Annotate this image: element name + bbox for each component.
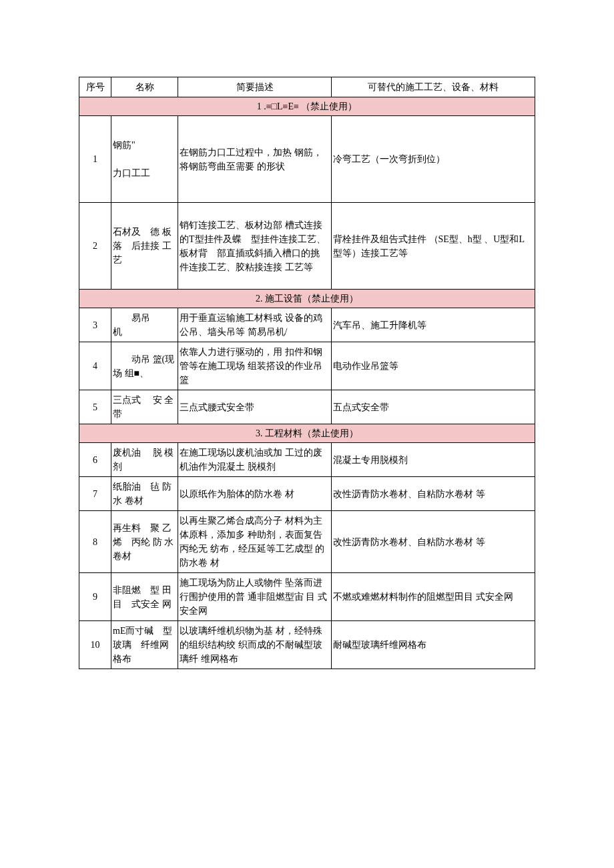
section-header: 1 .≡□L≡E≡ （禁止使用） — [79, 97, 535, 116]
table-row: 8再生料 聚 乙烯 丙纶 防 水卷材以再生聚乙烯合成高分子 材料为主体原料，添加… — [79, 511, 535, 573]
table-row: 3 易吊 机用于垂直运输施工材料或 设备的鸡公吊、墙头吊等 简易吊机/汽车吊、施… — [79, 308, 535, 342]
section-title: 3. 工程材料（禁止使用） — [79, 424, 535, 443]
main-table: 序号 名称 简要描述 可替代的施工工艺、设备、材料 1 .≡□L≡E≡ （禁止使… — [79, 77, 535, 669]
cell-alt: 冷弯工艺（一次弯折到位） — [332, 116, 535, 203]
cell-alt: 五点式安全带 — [332, 390, 535, 424]
header-name: 名称 — [111, 77, 178, 97]
cell-idx: 9 — [79, 573, 111, 621]
cell-desc: 在施工现场以废机油或加 工过的废机油作为混凝土 脱模剂 — [178, 443, 332, 477]
cell-desc: 以再生聚乙烯合成高分子 材料为主体原料，添加多 种助剂，表面复告丙纶无 纺布，经… — [178, 511, 332, 573]
cell-name: 易吊 机 — [111, 308, 178, 342]
cell-name: 废机油 脱 模剂 — [111, 443, 178, 477]
table-body: 1 .≡□L≡E≡ （禁止使用）1钢筋" 力口工工在钢筋力口工过程中，加热 钢筋… — [79, 97, 535, 669]
section-title: 1 .≡□L≡E≡ （禁止使用） — [79, 97, 535, 116]
cell-alt: 混凝土专用脱模剂 — [332, 443, 535, 477]
header-desc: 简要描述 — [178, 77, 332, 97]
cell-idx: 5 — [79, 390, 111, 424]
header-idx: 序号 — [79, 77, 111, 97]
cell-idx: 4 — [79, 342, 111, 390]
cell-alt: 耐碱型玻璃纤维网格布 — [332, 621, 535, 669]
header-row: 序号 名称 简要描述 可替代的施工工艺、设备、材料 — [79, 77, 535, 97]
cell-alt: 背栓挂件及组告式挂件 （SE型、h型 、U型和L型等）连接工艺等 — [332, 203, 535, 290]
cell-desc: 三点式腰式安全带 — [178, 390, 332, 424]
cell-name: 非阻燃 型 田目 式安全 网 — [111, 573, 178, 621]
table-row: 4 动吊 篮(现 场 组■、依靠人力进行驱动的，用 扣件和钢管等在施工现场 组装… — [79, 342, 535, 390]
section-header: 3. 工程材料（禁止使用） — [79, 424, 535, 443]
cell-name: 石材及 德 板落 后挂接 工艺 — [111, 203, 178, 290]
table-row: 7纸胎油 毡 防水 卷材以原纸作为胎体的防水卷 材改性沥青防水卷材、自粘防水卷材… — [79, 477, 535, 511]
cell-idx: 3 — [79, 308, 111, 342]
document-page: 序号 名称 简要描述 可替代的施工工艺、设备、材料 1 .≡□L≡E≡ （禁止使… — [0, 0, 614, 709]
cell-name: 钢筋" 力口工工 — [111, 116, 178, 203]
cell-alt: 汽车吊、施工升降机等 — [332, 308, 535, 342]
cell-idx: 1 — [79, 116, 111, 203]
cell-desc: 施工现场为防止人或物件 坠落而进行围护使用的普 通非阻燃型宙 目 式安全网 — [178, 573, 332, 621]
cell-alt: 不燃或难燃材料制作的阻燃型田目 式安全网 — [332, 573, 535, 621]
cell-idx: 2 — [79, 203, 111, 290]
cell-idx: 10 — [79, 621, 111, 669]
header-alt: 可替代的施工工艺、设备、材料 — [332, 77, 535, 97]
cell-idx: 6 — [79, 443, 111, 477]
section-header: 2. 施工设笛（禁止使用） — [79, 290, 535, 308]
table-row: 2石材及 德 板落 后挂接 工艺销钉连接工艺、板材边部 槽式连接的T型挂件及蝶 … — [79, 203, 535, 290]
cell-desc: 依靠人力进行驱动的，用 扣件和钢管等在施工现场 组装搭设的作业吊篮 — [178, 342, 332, 390]
cell-alt: 电动作业吊篮等 — [332, 342, 535, 390]
table-row: 6废机油 脱 模剂在施工现场以废机油或加 工过的废机油作为混凝土 脱模剂混凝土专… — [79, 443, 535, 477]
section-title: 2. 施工设笛（禁止使用） — [79, 290, 535, 308]
cell-desc: 销钉连接工艺、板材边部 槽式连接的T型挂件及蝶 型挂件连接工艺、板材背 部直插或… — [178, 203, 332, 290]
cell-name: 再生料 聚 乙烯 丙纶 防 水卷材 — [111, 511, 178, 573]
cell-desc: 以玻璃纤维机织物为基 材，经特殊的组织结构绞 织而成的不耐碱型玻璃纤 维网格布 — [178, 621, 332, 669]
cell-idx: 7 — [79, 477, 111, 511]
cell-desc: 在钢筋力口工过程中，加热 钢筋，将钢筋弯曲至需要 的形状 — [178, 116, 332, 203]
cell-alt: 改性沥青防水卷材、自粘防水卷材 等 — [332, 477, 535, 511]
cell-name: mE而寸碱 型玻璃 纤维网 格布 — [111, 621, 178, 669]
table-row: 5三点式 安 全带三点式腰式安全带五点式安全带 — [79, 390, 535, 424]
cell-alt: 改性沥青防水卷材、自粘防水卷材 等 — [332, 511, 535, 573]
cell-desc: 用于垂直运输施工材料或 设备的鸡公吊、墙头吊等 简易吊机/ — [178, 308, 332, 342]
cell-name: 纸胎油 毡 防水 卷材 — [111, 477, 178, 511]
table-row: 9非阻燃 型 田目 式安全 网施工现场为防止人或物件 坠落而进行围护使用的普 通… — [79, 573, 535, 621]
cell-idx: 8 — [79, 511, 111, 573]
cell-desc: 以原纸作为胎体的防水卷 材 — [178, 477, 332, 511]
cell-name: 动吊 篮(现 场 组■、 — [111, 342, 178, 390]
table-row: 10mE而寸碱 型玻璃 纤维网 格布以玻璃纤维机织物为基 材，经特殊的组织结构绞… — [79, 621, 535, 669]
cell-name: 三点式 安 全带 — [111, 390, 178, 424]
table-row: 1钢筋" 力口工工在钢筋力口工过程中，加热 钢筋，将钢筋弯曲至需要 的形状冷弯工… — [79, 116, 535, 203]
